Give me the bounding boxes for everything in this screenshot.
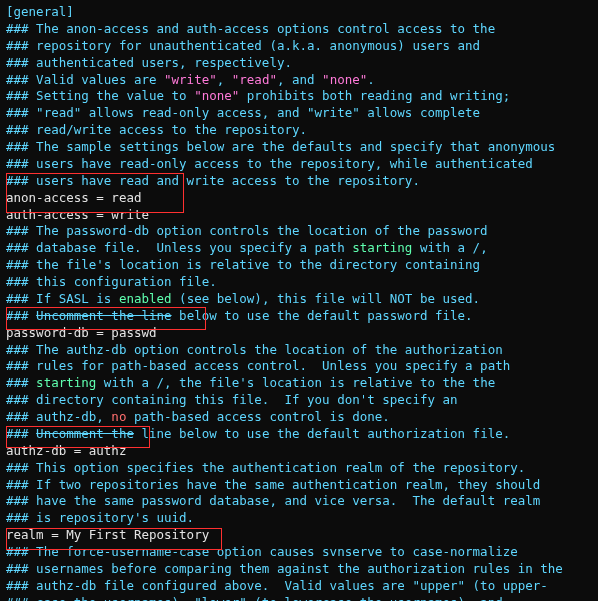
comment-line: ### this configuration file. <box>6 274 217 289</box>
comment-line: ### usernames before comparing them agai… <box>6 561 563 576</box>
comment-line: ### authz-db file configured above. Vali… <box>6 578 548 593</box>
comment-line: ### starting with a /, the file's locati… <box>6 375 495 390</box>
comment-line: ### If SASL is enabled (see below), this… <box>6 291 480 306</box>
comment-line: ### The sample settings below are the de… <box>6 139 555 154</box>
comment-line: ### have the same password database, and… <box>6 493 540 508</box>
comment-line: ### Uncomment the line below to use the … <box>6 426 510 441</box>
comment-line: ### users have read and write access to … <box>6 173 420 188</box>
setting-realm: realm = My First Repository <box>6 527 209 542</box>
comment-line: ### This option specifies the authentica… <box>6 460 525 475</box>
comment-line: ### is repository's uuid. <box>6 510 194 525</box>
comment-line: ### case the usernames), "lower" (to low… <box>6 595 503 601</box>
comment-line: ### authz-db, no path-based access contr… <box>6 409 390 424</box>
setting-anon-access: anon-access = read <box>6 190 141 205</box>
comment-line: ### directory containing this file. If y… <box>6 392 458 407</box>
config-file-editor: [general] ### The anon-access and auth-a… <box>0 0 598 601</box>
comment-line: ### Valid values are "write", "read", an… <box>6 72 375 87</box>
comment-line: ### The anon-access and auth-access opti… <box>6 21 495 36</box>
comment-line: ### database file. Unless you specify a … <box>6 240 488 255</box>
comment-line: ### Setting the value to "none" prohibit… <box>6 88 510 103</box>
code-content: [general] ### The anon-access and auth-a… <box>6 4 592 601</box>
comment-line: ### The password-db option controls the … <box>6 223 488 238</box>
setting-password-db: password-db = passwd <box>6 325 157 340</box>
comment-line: ### The force-username-case option cause… <box>6 544 518 559</box>
comment-line: ### rules for path-based access control.… <box>6 358 510 373</box>
setting-authz-db: authz-db = authz <box>6 443 126 458</box>
setting-auth-access: auth-access = write <box>6 207 149 222</box>
comment-line: ### "read" allows read-only access, and … <box>6 105 480 120</box>
comment-line: ### If two repositories have the same au… <box>6 477 540 492</box>
comment-line: ### repository for unauthenticated (a.k.… <box>6 38 480 53</box>
comment-line: ### the file's location is relative to t… <box>6 257 480 272</box>
comment-line: ### authenticated users, respectively. <box>6 55 292 70</box>
comment-line: ### Uncomment the line below to use the … <box>6 308 473 323</box>
comment-line: ### The authz-db option controls the loc… <box>6 342 503 357</box>
comment-line: ### read/write access to the repository. <box>6 122 307 137</box>
comment-line: ### users have read-only access to the r… <box>6 156 533 171</box>
section-header: [general] <box>6 4 74 19</box>
